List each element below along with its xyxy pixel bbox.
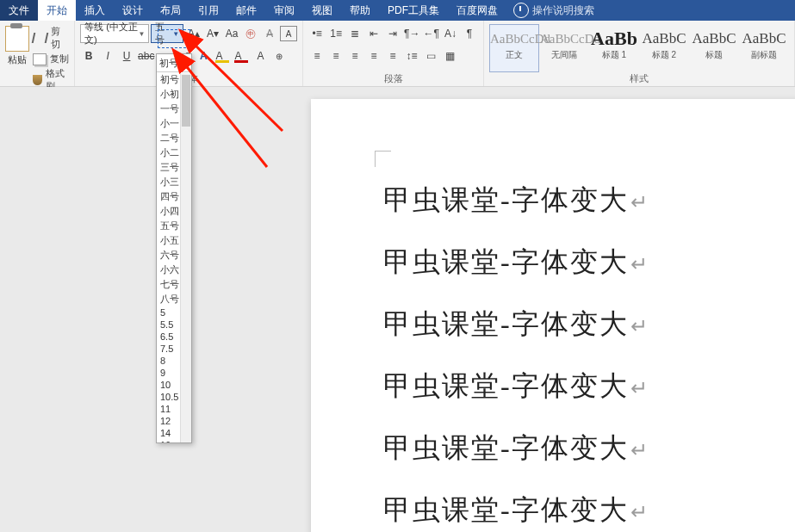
tell-me-search[interactable]: 操作说明搜索 [532,3,594,18]
paste-button[interactable]: 粘贴 [8,53,27,66]
paragraph-mark-icon: ↵ [630,253,649,275]
style-preview: AaBbC [690,28,738,49]
style-name: 无间隔 [540,49,588,61]
style-item-0[interactable]: AaBbCcDd正文 [489,24,539,72]
sort-button[interactable]: A↓ [442,24,459,43]
group-clipboard: 粘贴 剪切 复制 格式刷 剪贴板 [0,21,75,86]
underline-button[interactable]: U [118,46,135,65]
style-name: 正文 [490,49,538,61]
font-size-dropdown-input[interactable]: 初号 ▲▼ [157,54,191,72]
tell-me-icon [513,3,529,18]
paragraph-mark-icon: ↵ [630,315,649,337]
grow-font-button[interactable]: A▴ [185,24,202,43]
style-item-2[interactable]: AaBb标题 1 [589,24,639,72]
stepper-icon[interactable]: ▲▼ [183,58,189,68]
ribbon: 粘贴 剪切 复制 格式刷 剪贴板 等线 (中文正文)▼ 五号▼ A▴ A▾ Aa [0,21,795,87]
group-styles: AaBbCcDd正文AaBbCcDd无间隔AaBb标题 1AaBbC标题 2Aa… [484,21,795,86]
page[interactable]: 甲虫课堂-字体变大↵甲虫课堂-字体变大↵甲虫课堂-字体变大↵甲虫课堂-字体变大↵… [311,99,795,532]
style-name: 副标题 [740,49,788,61]
chevron-down-icon: ▼ [172,30,179,38]
document-line[interactable]: 甲虫课堂-字体变大↵ [383,492,649,529]
strike-button[interactable]: abc [137,46,155,65]
ltr-button[interactable]: ¶→ [403,24,420,43]
rtl-button[interactable]: ←¶ [423,24,440,43]
style-item-1[interactable]: AaBbCcDd无间隔 [539,24,589,72]
char-border-button[interactable]: ⊕ [270,46,288,65]
margin-corner-icon [375,151,391,167]
document-area[interactable]: 甲虫课堂-字体变大↵甲虫课堂-字体变大↵甲虫课堂-字体变大↵甲虫课堂-字体变大↵… [0,87,795,532]
line-spacing-button[interactable]: ↕≡ [403,46,420,65]
tab-baidu-netdisk[interactable]: 百度网盘 [448,0,506,21]
numbering-button[interactable]: 1≡ [327,24,345,43]
copy-button[interactable]: 复制 [33,53,69,65]
shading-button[interactable]: ▭ [422,46,439,65]
cut-icon [32,33,49,43]
multilevel-button[interactable]: ≣ [346,24,363,43]
style-item-3[interactable]: AaBbC标题 2 [639,24,689,72]
show-marks-button[interactable]: ¶ [461,24,478,43]
text-effects-button[interactable]: A [195,46,212,65]
justify-button[interactable]: ≡ [365,46,382,65]
paragraph-mark-icon: ↵ [630,439,649,461]
menubar: 文件 开始 插入 设计 布局 引用 邮件 审阅 视图 帮助 PDF工具集 百度网… [0,0,795,21]
bullets-button[interactable]: •≡ [308,24,326,43]
document-line[interactable]: 甲虫课堂-字体变大↵ [383,368,649,405]
font-size-dropdown[interactable]: 初号 ▲▼ 初号小初一号小一二号小二三号小三四号小四五号小五六号小六七号八号55… [156,53,192,443]
paste-icon[interactable] [5,26,29,52]
dropdown-scrollbar[interactable] [180,73,191,442]
shrink-font-button[interactable]: A▾ [204,24,221,43]
group-label-styles: 样式 [489,72,789,84]
align-center-button[interactable]: ≡ [327,46,345,65]
tab-layout[interactable]: 布局 [152,0,189,21]
bold-button[interactable]: B [80,46,97,65]
font-color-button[interactable]: A [233,46,250,65]
document-line[interactable]: 甲虫课堂-字体变大↵ [383,244,649,281]
increase-indent-button[interactable]: ⇥ [384,24,401,43]
phonetic-guide-button[interactable]: ㊥ [242,24,259,43]
highlight-button[interactable]: A [214,46,231,65]
enclose-char-button[interactable]: A [280,26,297,41]
style-preview: AaBbC [640,28,688,49]
distribute-button[interactable]: ≡ [384,46,401,65]
tab-file[interactable]: 文件 [0,0,38,21]
style-name: 标题 1 [590,49,638,61]
document-line[interactable]: 甲虫课堂-字体变大↵ [383,306,649,343]
align-right-button[interactable]: ≡ [346,46,363,65]
chevron-down-icon: ▼ [138,30,145,38]
document-line[interactable]: 甲虫课堂-字体变大↵ [383,182,649,220]
document-line[interactable]: 甲虫课堂-字体变大↵ [383,430,649,467]
style-preview: AaBb [590,28,638,49]
change-case-button[interactable]: Aa [223,24,240,43]
group-label-paragraph: 段落 [308,72,478,84]
paragraph-mark-icon: ↵ [630,191,649,213]
align-left-button[interactable]: ≡ [308,46,326,65]
tab-references[interactable]: 引用 [189,0,227,21]
font-name-combo[interactable]: 等线 (中文正文)▼ [80,24,149,43]
style-item-5[interactable]: AaBbC副标题 [739,24,789,72]
char-shading-button[interactable]: A [252,46,269,65]
style-preview: AaBbC [740,28,788,49]
style-name: 标题 [690,49,738,61]
font-size-combo[interactable]: 五号▼ [151,24,183,43]
style-item-4[interactable]: AaBbC标题 [689,24,739,72]
italic-button[interactable]: I [99,46,116,65]
tab-mail[interactable]: 邮件 [227,0,265,21]
style-name: 标题 2 [640,49,688,61]
tab-pdf-tools[interactable]: PDF工具集 [379,0,448,21]
tab-view[interactable]: 视图 [303,0,341,21]
scrollbar-thumb[interactable] [182,75,190,127]
borders-button[interactable]: ▦ [441,46,458,65]
tab-review[interactable]: 审阅 [265,0,303,21]
paragraph-mark-icon: ↵ [630,377,649,399]
tab-insert[interactable]: 插入 [76,0,114,21]
cut-button[interactable]: 剪切 [33,25,69,51]
group-paragraph: •≡ 1≡ ≣ ⇤ ⇥ ¶→ ←¶ A↓ ¶ ≡ ≡ ≡ ≡ ≡ ↕≡ [303,21,484,86]
decrease-indent-button[interactable]: ⇤ [365,24,382,43]
tab-home[interactable]: 开始 [38,0,76,21]
clear-formatting-button[interactable]: A̶ [261,24,278,43]
copy-icon [33,53,47,65]
paragraph-mark-icon: ↵ [630,501,649,523]
brush-icon [33,75,42,85]
tab-help[interactable]: 帮助 [341,0,379,21]
tab-design[interactable]: 设计 [114,0,152,21]
